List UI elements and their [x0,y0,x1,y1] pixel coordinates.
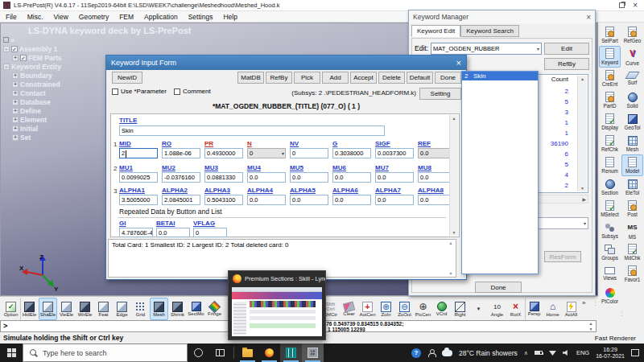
people-icon[interactable] [427,349,436,357]
field-input[interactable]: 0.0 [290,172,328,183]
field-label-link[interactable]: N [247,140,289,147]
right-toolbar-button[interactable]: EleTol [621,176,643,198]
right-toolbar-button[interactable]: Solid [621,89,643,111]
close-icon[interactable]: × [456,58,461,68]
right-toolbar-button[interactable]: CreEnt [599,68,621,89]
field-input[interactable]: 0.0 [375,172,414,183]
task-view-button[interactable] [209,343,231,362]
field-label-link[interactable]: MU5 [290,164,332,171]
tree-checkbox[interactable] [20,55,27,61]
tree-item[interactable]: + Element [3,115,62,124]
firefox-taskbar-button[interactable] [258,343,280,362]
right-toolbar-button[interactable]: Section [599,176,621,198]
field-input[interactable]: 0.0 [332,195,371,205]
bottom-toolbar-button[interactable]: VieEle [57,298,76,320]
field-label-link[interactable]: ALPHA3 [204,187,246,194]
tree-item[interactable]: + Set [3,133,62,142]
field-label-link[interactable]: NV [290,140,332,147]
file-explorer-button[interactable] [237,343,258,362]
field-input[interactable]: 3.5005000 [119,195,158,205]
tree-expander-icon[interactable]: + [12,99,19,105]
tree-expander-icon[interactable]: + [12,72,19,79]
right-toolbar-button[interactable]: Surf [621,68,643,89]
field-input[interactable]: 0 [290,148,328,158]
tree-expander-icon[interactable]: - [3,64,10,70]
tree-checkbox[interactable] [11,46,18,52]
menu-item[interactable]: Geometry [79,13,109,21]
right-toolbar-button[interactable]: MSelect [599,198,621,220]
menu-item[interactable]: FEM [119,13,134,21]
checkbox-icon[interactable] [174,88,180,95]
bottom-toolbar-button[interactable]: ZoOut [395,298,414,320]
speaker-icon[interactable] [563,350,570,356]
field-input[interactable]: 0.0 [156,228,190,237]
bottom-toolbar-button[interactable]: Clear [340,298,358,320]
toolbar-grip-icon[interactable]: ⋮ [619,311,625,317]
bottom-toolbar-button[interactable]: ActAll [562,298,580,320]
field-input[interactable]: 0.0099025 [119,172,158,183]
right-toolbar-button[interactable]: Model [621,154,643,176]
field-label-link[interactable]: ALPHA6 [332,187,374,194]
field-label-link[interactable]: GI [119,220,155,227]
field-label-link[interactable]: MID [119,140,161,147]
bottom-toolbar-button[interactable]: ZoIn [377,298,395,320]
taskbar-search-input[interactable]: Type here to search [23,343,188,362]
field-label-link[interactable]: PR [204,140,246,147]
toolbar-grip-icon[interactable]: ⋮ [592,300,598,306]
tree-expander-icon[interactable]: + [12,55,19,61]
tree-item[interactable]: + Database [3,97,62,106]
bottom-toolbar-button[interactable]: HidEle [20,298,39,320]
newid-button[interactable]: NewID [112,72,142,84]
toolbar-overflow-chevron[interactable]: » [582,299,585,306]
list-vertical-scrollbar[interactable]: ▲▼ [577,76,587,191]
field-input[interactable]: 0.5043100 [204,195,243,205]
tree-expander-icon[interactable]: - [3,46,10,52]
bottom-toolbar-button[interactable]: Fringe [205,298,224,320]
keyword-input-form-titlebar[interactable]: Keyword Input Form × [106,56,466,70]
field-input[interactable]: 0.0 [290,195,328,205]
tree-item[interactable]: - Assembly 1 [3,44,62,53]
start-button[interactable] [0,343,23,362]
bottom-toolbar-button[interactable]: AutCen [358,298,377,320]
language-indicator[interactable]: ENG [576,349,589,356]
bottom-toolbar-button[interactable]: Option [2,298,20,320]
field-label-link[interactable]: ALPHA7 [375,187,417,194]
edit-button[interactable]: Edit [544,43,589,55]
form-action-button[interactable]: Accept [350,72,377,84]
tree-expander-icon[interactable]: + [12,108,19,114]
field-label-link[interactable]: BETAI [156,220,192,227]
bottom-toolbar-button[interactable]: RotX [506,298,525,320]
form-action-button[interactable]: Add [322,72,349,84]
field-label-link[interactable]: ALPHA5 [290,187,332,194]
bottom-toolbar-button[interactable]: Edge [113,298,131,320]
tree-item[interactable]: + Boundary [3,71,62,80]
firefox-preview-thumbnail[interactable] [232,287,322,336]
right-toolbar-button[interactable]: Renum [599,154,621,176]
field-label-link[interactable]: MU3 [204,164,246,171]
bottom-toolbar-button[interactable]: Shrink [168,298,187,320]
tree-expander-icon[interactable]: + [12,81,19,88]
right-toolbar-button[interactable]: Post [621,198,643,220]
field-input[interactable]: 0 [193,228,227,237]
field-input[interactable]: 2.0845001 [162,195,200,205]
field-input[interactable]: 0.0037300 [375,148,414,158]
bottom-toolbar-button[interactable]: SectMo [187,298,205,320]
tree-expander-icon[interactable]: + [12,134,19,141]
ls-prepost-taskbar-button[interactable]: LS PP [302,343,324,362]
tree-collapse-icon[interactable] [3,37,9,43]
done-button[interactable]: Done [475,282,522,293]
right-toolbar-button[interactable]: Groups [599,241,621,263]
field-label-link[interactable]: ALPHA1 [119,187,161,194]
tree-item[interactable]: + FEM Parts [3,53,62,62]
menu-item[interactable]: File [6,13,17,21]
chevron-down-icon[interactable]: ▾ [537,46,539,51]
restore-window-icon[interactable] [619,2,625,8]
field-label-link[interactable]: VFLAG [193,220,229,227]
bottom-toolbar-button[interactable]: 10 Angle [488,298,506,320]
keyword-edit-combobox[interactable]: MAT_OGDEN_RUBBER ▾ [431,43,542,55]
help-icon[interactable] [411,348,421,358]
right-toolbar-button[interactable]: Mesh [621,133,643,154]
material-list-item[interactable]: 2 Skin [462,72,538,80]
chevron-down-icon[interactable]: ▾ [584,220,588,226]
tree-root-row[interactable]: » [3,35,62,44]
